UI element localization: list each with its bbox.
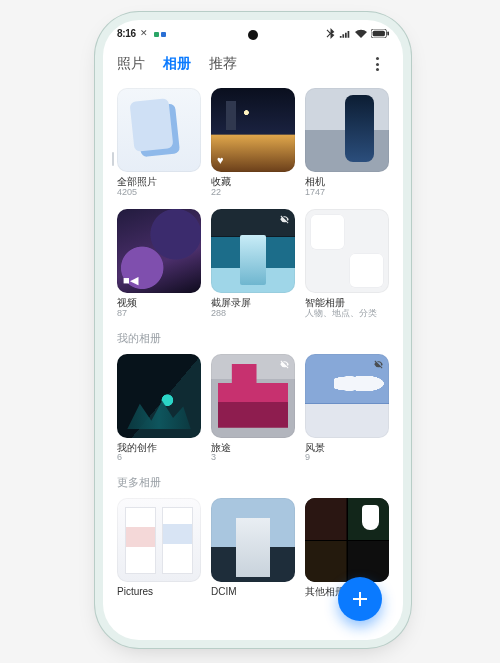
album-label: 截屏录屏 [211,297,295,309]
phone-frame: 8:16 ✕ [103,20,403,640]
album-label: Pictures [117,586,201,598]
album-thumb [117,498,201,582]
album-label: 智能相册 [305,297,389,309]
more-menu-button[interactable] [365,52,389,76]
album-thumb [305,498,389,582]
album-pictures[interactable]: Pictures [117,498,201,598]
scroll-indicator [112,152,114,166]
album-thumb [211,354,295,438]
album-label: DCIM [211,586,295,598]
album-count: 4205 [117,188,201,198]
album-count: 1747 [305,188,389,198]
album-trip[interactable]: 旅途3 [211,354,295,463]
status-indicator-icons [152,28,166,39]
album-count: 人物、地点、分类 [305,309,389,319]
album-label: 相机 [305,176,389,188]
album-thumb: ■◀ [117,209,201,293]
album-count: 3 [211,453,295,463]
album-label: 视频 [117,297,201,309]
album-count: 9 [305,453,389,463]
add-album-fab[interactable] [338,577,382,621]
album-thumb [117,354,201,438]
album-label: 我的创作 [117,442,201,454]
album-smart[interactable]: 智能相册人物、地点、分类 [305,209,389,318]
album-thumb [305,354,389,438]
album-count: 6 [117,453,201,463]
album-count: 87 [117,309,201,319]
tab-bar: 照片相册推荐 [103,46,403,82]
plus-icon [350,589,370,609]
status-time: 8:16 [117,28,136,39]
album-thumb [211,498,295,582]
video-icon: ■◀ [123,274,138,287]
battery-icon [371,29,389,38]
signal-icon [339,29,351,38]
album-fav[interactable]: ♥收藏22 [211,88,295,197]
svg-rect-1 [373,30,385,36]
heart-icon: ♥ [217,154,224,166]
album-thumb: ♥ [211,88,295,172]
album-dcim[interactable]: DCIM [211,498,295,598]
album-create[interactable]: 我的创作6 [117,354,201,463]
svg-rect-2 [387,31,389,35]
album-all[interactable]: 全部照片4205 [117,88,201,197]
album-label: 全部照片 [117,176,201,188]
content-scroll[interactable]: 全部照片4205♥收藏22相机1747■◀视频87截屏录屏288智能相册人物、地… [103,82,403,640]
album-label: 风景 [305,442,389,454]
tab-推荐[interactable]: 推荐 [209,51,237,77]
album-thumb [305,209,389,293]
wifi-icon [355,29,367,38]
hidden-icon [373,359,384,370]
volume-button [404,190,407,246]
power-button [404,260,407,296]
album-cam[interactable]: 相机1747 [305,88,389,197]
tab-相册[interactable]: 相册 [163,51,191,77]
status-right-icons [326,28,389,39]
no-sim-icon: ✕ [140,28,148,38]
album-label: 旅途 [211,442,295,454]
album-land[interactable]: 风景9 [305,354,389,463]
album-thumb [117,88,201,172]
album-vid[interactable]: ■◀视频87 [117,209,201,318]
bluetooth-icon [326,28,335,39]
section-title: 更多相册 [117,475,389,490]
album-label: 收藏 [211,176,295,188]
album-shot[interactable]: 截屏录屏288 [211,209,295,318]
hidden-icon [279,359,290,370]
hidden-icon [279,214,290,225]
album-count: 288 [211,309,295,319]
album-thumb [211,209,295,293]
section-title: 我的相册 [117,331,389,346]
album-thumb [305,88,389,172]
tab-照片[interactable]: 照片 [117,51,145,77]
camera-notch [248,30,258,40]
album-count: 22 [211,188,295,198]
